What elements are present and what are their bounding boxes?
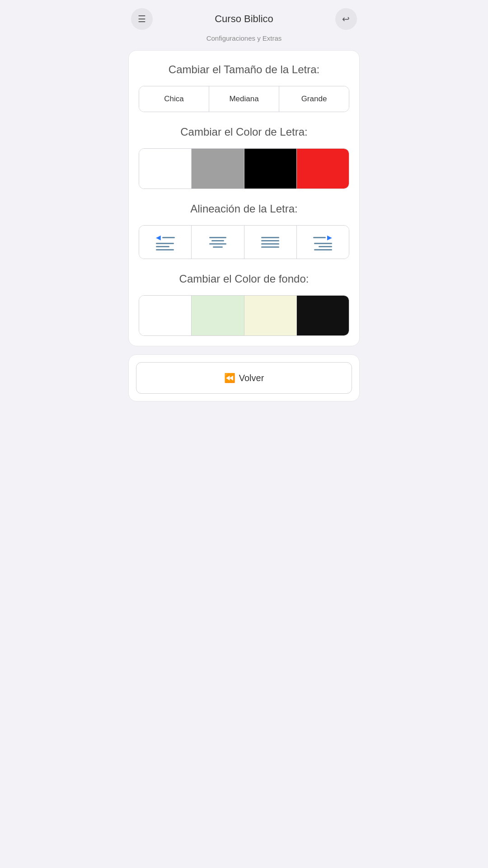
menu-icon: ☰ xyxy=(138,14,146,24)
volver-card: ⏪ Volver xyxy=(128,354,360,401)
page-title: Curso Biblico xyxy=(215,13,273,25)
font-size-group: Chica Mediana Grande xyxy=(139,86,349,112)
align-right-arrow-icon: ▶ xyxy=(313,234,332,250)
left-arrow-icon: ◀ xyxy=(156,234,161,241)
font-size-small-button[interactable]: Chica xyxy=(139,86,209,112)
right-arrow-icon: ▶ xyxy=(327,234,332,241)
page-subtitle: Configuraciones y Extras xyxy=(122,34,366,42)
align-justify-icon xyxy=(261,237,279,248)
align-left-arrow-icon: ◀ xyxy=(156,234,175,250)
bg-color-label: Cambiar el Color de fondo: xyxy=(139,273,349,285)
settings-card: Cambiar el Tamaño de la Letra: Chica Med… xyxy=(128,50,360,346)
align-justify-button[interactable] xyxy=(244,226,297,259)
align-center-button[interactable] xyxy=(192,226,244,259)
menu-button[interactable]: ☰ xyxy=(131,8,153,30)
font-size-large-button[interactable]: Grande xyxy=(279,86,349,112)
font-size-label: Cambiar el Tamaño de la Letra: xyxy=(139,63,349,76)
header: ☰ Curso Biblico ↩ xyxy=(122,0,366,33)
align-left-arrow-button[interactable]: ◀ xyxy=(139,226,192,259)
volver-label: Volver xyxy=(239,373,264,383)
volver-button[interactable]: ⏪ Volver xyxy=(136,362,352,394)
bg-color-light-green[interactable] xyxy=(192,296,244,335)
bg-color-white[interactable] xyxy=(139,296,192,335)
back-icon-button[interactable]: ↩ xyxy=(335,8,357,30)
font-color-black[interactable] xyxy=(244,149,297,189)
align-center-icon xyxy=(209,237,226,248)
align-right-arrow-button[interactable]: ▶ xyxy=(297,226,349,259)
font-color-white[interactable] xyxy=(139,149,192,189)
bg-color-swatches xyxy=(139,295,349,336)
font-color-swatches xyxy=(139,148,349,189)
bg-color-black[interactable] xyxy=(297,296,349,335)
back-icon: ↩ xyxy=(342,14,350,24)
alignment-group: ◀ xyxy=(139,225,349,259)
volver-icon: ⏪ xyxy=(224,373,235,383)
alignment-label: Alineación de la Letra: xyxy=(139,203,349,215)
font-size-medium-button[interactable]: Mediana xyxy=(209,86,279,112)
font-color-gray[interactable] xyxy=(192,149,244,189)
font-color-red[interactable] xyxy=(297,149,349,189)
bg-color-light-yellow[interactable] xyxy=(244,296,297,335)
font-color-label: Cambiar el Color de Letra: xyxy=(139,126,349,138)
